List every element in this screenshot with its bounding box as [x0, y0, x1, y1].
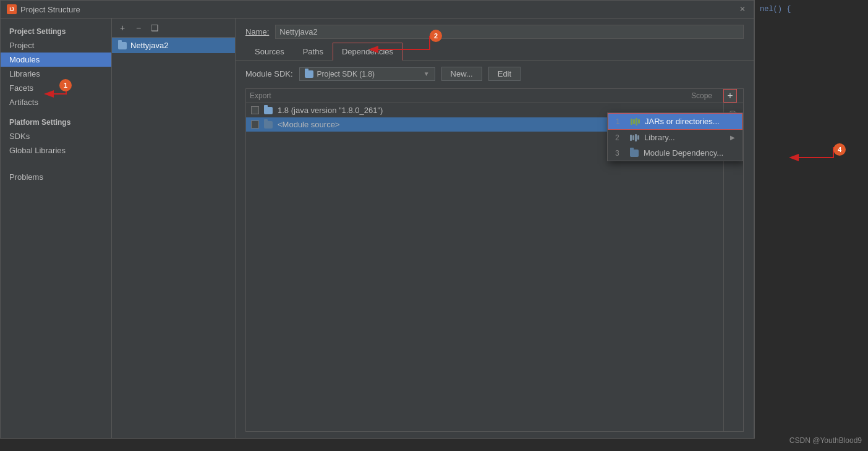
badge-4: 4 — [833, 143, 846, 156]
module-name-input[interactable] — [275, 25, 744, 39]
sdk-dropdown[interactable]: Project SDK (1.8) ▼ — [299, 67, 435, 81]
scope-column-header: Scope — [691, 91, 712, 100]
title-bar-left: IJ Project Structure — [7, 4, 80, 14]
dep-checkbox-module-source[interactable] — [251, 120, 259, 129]
sidebar-item-global-libraries[interactable]: Global Libraries — [1, 143, 111, 158]
sdk-dropdown-arrow: ▼ — [423, 70, 430, 77]
code-panel: nel() { — [754, 0, 868, 439]
sidebar-item-facets[interactable]: Facets — [1, 81, 111, 95]
sidebar-item-problems[interactable]: Problems — [1, 170, 111, 184]
app-icon: IJ — [7, 4, 17, 14]
sidebar-item-libraries[interactable]: Libraries — [1, 67, 111, 81]
sidebar-item-artifacts[interactable]: Artifacts — [1, 95, 111, 109]
export-column-header: Export — [250, 91, 299, 100]
sidebar-item-project[interactable]: Project — [1, 38, 111, 53]
add-dependency-dropdown: 1 JARs or directories... 2 — [607, 112, 743, 161]
dropdown-item-module-dep[interactable]: 3 Module Dependency... — [608, 145, 742, 161]
dropdown-item-label-library: Library... — [644, 133, 675, 142]
tab-sources[interactable]: Sources — [245, 43, 294, 61]
project-structure-dialog: IJ Project Structure × Project Settings … — [0, 0, 754, 439]
badge-2: 2 — [430, 30, 442, 42]
dep-module-source-icon — [264, 121, 273, 129]
module-folder-icon — [118, 42, 127, 49]
dropdown-item-label-module-dep: Module Dependency... — [644, 148, 723, 158]
add-dependency-button[interactable]: + — [723, 89, 737, 103]
dropdown-item-num-2: 2 — [615, 133, 625, 142]
dropdown-item-num-3: 3 — [615, 149, 625, 158]
add-module-button[interactable]: + — [116, 21, 129, 35]
sidebar: Project Settings Project Modules Librari… — [1, 19, 112, 438]
module-dep-icon — [630, 150, 639, 157]
copy-module-button[interactable]: ❑ — [148, 21, 161, 35]
dep-checkbox-jdk[interactable] — [251, 106, 259, 114]
code-text: nel() { — [755, 0, 868, 19]
sdk-folder-icon — [305, 70, 313, 78]
close-button[interactable]: × — [738, 4, 747, 14]
dialog-body: Project Settings Project Modules Librari… — [1, 19, 754, 438]
dropdown-item-library[interactable]: 2 Library... ▶ — [608, 130, 742, 145]
project-settings-heading: Project Settings — [1, 23, 111, 38]
dep-jdk-icon — [264, 107, 273, 114]
sidebar-item-sdks[interactable]: SDKs — [1, 129, 111, 143]
jar-icon — [631, 118, 640, 125]
library-icon — [630, 134, 639, 141]
name-label: Name: — [245, 27, 269, 36]
remove-module-button[interactable]: − — [132, 21, 145, 35]
name-row: Name: — [236, 19, 754, 43]
dropdown-item-num-1: 1 — [616, 117, 626, 126]
watermark: CSDN @YouthBlood9 — [789, 436, 862, 445]
tabs-row: Sources Paths Dependencies — [236, 43, 754, 61]
badge-1: 1 — [59, 79, 72, 91]
deps-content: Module SDK: Project SDK (1.8) ▼ New... E… — [236, 61, 754, 438]
title-bar: IJ Project Structure × — [1, 1, 754, 19]
sdk-row: Module SDK: Project SDK (1.8) ▼ New... E… — [245, 67, 744, 81]
edit-button[interactable]: Edit — [488, 67, 521, 81]
tab-paths[interactable]: Paths — [294, 43, 333, 61]
module-panel: + − ❑ Nettyjava2 — [112, 19, 236, 438]
tab-dependencies[interactable]: Dependencies — [333, 43, 402, 61]
sdk-label: Module SDK: — [245, 69, 293, 78]
dropdown-submenu-arrow: ▶ — [730, 134, 735, 141]
deps-table-header: Export Scope + — [246, 89, 743, 103]
sidebar-item-modules[interactable]: Modules — [1, 53, 111, 67]
dropdown-item-jars[interactable]: 1 JARs or directories... — [608, 113, 742, 130]
module-toolbar: + − ❑ — [112, 19, 235, 38]
module-item-nettyjava2[interactable]: Nettyjava2 — [112, 38, 235, 53]
platform-settings-heading: Platform Settings — [1, 114, 111, 129]
sdk-value: Project SDK (1.8) — [317, 70, 375, 78]
new-button[interactable]: New... — [441, 67, 482, 81]
dropdown-item-label-jars: JARs or directories... — [645, 117, 720, 126]
dialog-title: Project Structure — [20, 5, 80, 14]
main-content: Name: Sources Paths Dependencies Mo — [236, 19, 754, 438]
